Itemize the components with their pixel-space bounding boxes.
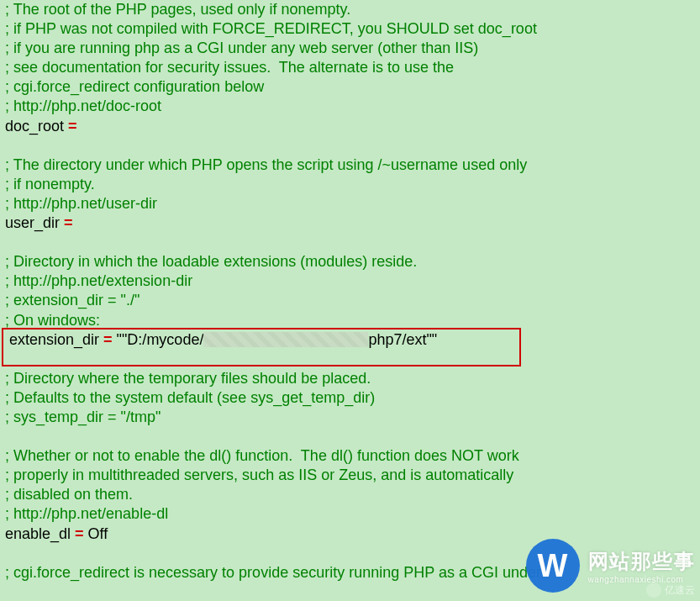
- redacted-path: [203, 332, 368, 347]
- config-line: ; http://php.net/doc-root: [5, 97, 695, 116]
- config-line: ; properly in multithreaded servers, suc…: [5, 466, 695, 485]
- config-line: ; The root of the PHP pages, used only i…: [5, 0, 695, 19]
- config-line: extension_dir = ""D:/mycode/php7/ext"": [5, 330, 695, 350]
- config-line: ; On windows:: [5, 311, 695, 330]
- config-line: ; cgi.force_redirect configuration below: [5, 77, 695, 97]
- config-line: ; disabled on them.: [5, 485, 695, 504]
- config-line: enable_dl = Off: [5, 525, 695, 544]
- config-line: ; Whether or not to enable the dl() func…: [5, 446, 695, 466]
- config-line: doc_root =: [5, 117, 695, 136]
- config-line: ; see documentation for security issues.…: [5, 58, 695, 77]
- config-line: [5, 233, 695, 252]
- config-line: ; cgi.force_redirect is necessary to pro…: [5, 563, 695, 583]
- config-line: ; sys_temp_dir = "/tmp": [5, 408, 695, 427]
- config-line: ; The directory under which PHP opens th…: [5, 156, 695, 175]
- config-line: [5, 350, 695, 369]
- config-line: ; Directory in which the loadable extens…: [5, 252, 695, 272]
- config-line: ; extension_dir = "./": [5, 291, 695, 310]
- config-line: ; Defaults to the system default (see sy…: [5, 388, 695, 408]
- secondary-watermark-text: 亿速云: [665, 583, 695, 598]
- config-line: ; http://php.net/enable-dl: [5, 504, 695, 524]
- config-line: ; if you are running php as a CGI under …: [5, 39, 695, 58]
- config-line: [5, 136, 695, 156]
- config-line: ; Directory where the temporary files sh…: [5, 369, 695, 388]
- secondary-watermark: 亿速云: [646, 583, 695, 598]
- config-line: ; if PHP was not compiled with FORCE_RED…: [5, 19, 695, 39]
- config-line: ; http://php.net/extension-dir: [5, 272, 695, 291]
- config-line: ; if nonempty.: [5, 175, 695, 194]
- config-line: [5, 544, 695, 563]
- secondary-watermark-icon: [646, 583, 661, 598]
- config-file-text: ; The root of the PHP pages, used only i…: [0, 0, 700, 583]
- config-line: [5, 427, 695, 446]
- config-line: ; http://php.net/user-dir: [5, 194, 695, 214]
- config-line: user_dir =: [5, 214, 695, 233]
